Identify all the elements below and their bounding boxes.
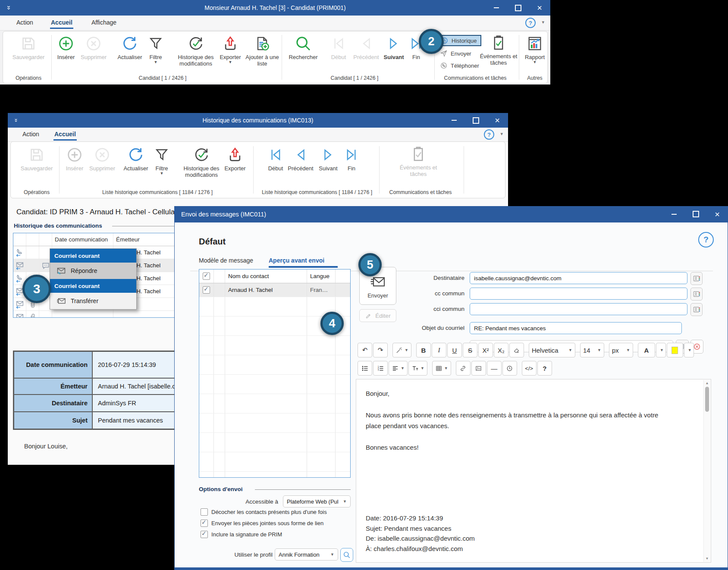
historique-titlebar[interactable]: Historique des communications (IMC013) × [8,113,508,128]
col-langue-header[interactable]: Langue [307,269,336,283]
cci-input[interactable] [470,303,687,315]
numbered-list-button[interactable] [373,361,388,376]
col-date-header[interactable]: Date communication [52,233,113,246]
telephone-button[interactable]: Téléphoner [436,60,483,71]
font-color-dropdown[interactable]: ▼ [656,343,666,357]
address-book-button[interactable] [690,272,703,285]
minimize-button[interactable] [443,113,465,128]
tab-action[interactable]: Action [16,19,33,26]
strikethrough-button[interactable]: S [463,343,477,357]
subscript-button[interactable]: X₂ [494,343,508,357]
objet-input[interactable] [470,322,682,334]
horizontal-rule-button[interactable]: — [487,361,502,376]
checkbox-unchecked[interactable] [201,508,208,516]
source-code-button[interactable]: </> [522,361,537,376]
scroll-down-icon[interactable]: ▼ [704,557,710,561]
italic-button[interactable]: I [432,343,446,357]
export-button[interactable]: Exporter▼ [214,35,247,64]
undo-button[interactable]: ↶ [358,343,372,357]
styles-button[interactable]: ▼ [392,343,411,357]
save-button[interactable]: Sauvegarder [16,146,57,172]
maximize-button[interactable] [507,0,529,16]
help-icon[interactable]: ? [525,18,536,28]
minimize-button[interactable] [663,206,685,222]
nav-first-button[interactable]: Début [326,35,351,60]
bullet-list-button[interactable] [358,361,372,376]
highlight-color-dropdown[interactable]: ▼ [684,343,694,357]
tab-affichage[interactable]: Affichage [91,19,116,26]
checkbox-checked[interactable] [201,531,208,538]
col-type[interactable] [13,233,26,246]
font-size-select[interactable]: 14▼ [580,343,604,357]
events-tasks-button[interactable]: Événements et tâches [399,145,438,177]
nav-last-button[interactable]: Fin [343,146,360,172]
bold-button[interactable]: B [416,343,431,357]
editor-help-button[interactable]: ? [537,361,552,376]
cc-input[interactable] [470,288,687,300]
destinataire-input[interactable] [470,272,687,284]
nav-previous-button[interactable]: Précédent [285,146,317,172]
insert-link-button[interactable] [456,361,471,376]
send-message-button[interactable]: Envoyer [436,48,481,59]
tab-modele-message[interactable]: Modèle de message [199,257,253,264]
checkbox-checked[interactable] [201,520,208,527]
align-button[interactable]: ▼ [389,361,408,376]
email-body-editor[interactable]: Bonjour, Nous avons pris bonne note des … [356,379,711,563]
select-all-checkbox[interactable] [203,272,210,280]
events-tasks-button[interactable]: Événements et tâches [480,34,518,66]
nav-next-button[interactable]: Suivant [315,146,341,172]
minimize-button[interactable] [486,0,507,16]
tab-apercu-avant-envoi[interactable]: Aperçu avant envoi [269,257,324,264]
font-color-button[interactable]: A [638,343,655,357]
collapse-ribbon-icon[interactable]: ▾ [500,131,503,137]
export-button[interactable]: Exporter [220,146,251,172]
col-nom-header[interactable]: Nom du contact [225,269,307,283]
option-signature[interactable]: Inclure la signature de PRIM [201,531,282,538]
insert-table-button[interactable]: ▼ [432,361,451,376]
delete-button[interactable]: Supprimer [73,35,114,60]
help-icon[interactable]: ? [484,129,494,140]
remove-format-button[interactable] [509,343,524,357]
accessible-select[interactable]: Plateforme Web (Pul▼ [283,495,351,507]
profil-search-button[interactable] [340,548,353,562]
candidat-titlebar[interactable]: Monsieur Arnaud H. Tachel [3] - Candidat… [0,0,550,16]
option-decocher[interactable]: Décocher les contacts présents plus d'un… [201,508,327,516]
tab-accueil[interactable]: Accueil [51,19,72,26]
address-book-button[interactable] [690,288,703,301]
nav-next-button[interactable]: Suivant [381,35,407,60]
tab-accueil[interactable]: Accueil [54,131,76,138]
save-button[interactable]: Sauvegarder [8,35,49,60]
collapse-ribbon-icon[interactable]: ▾ [542,19,544,25]
paragraph-format-button[interactable]: ▼ [408,361,427,376]
editor-scrollbar[interactable]: ▲ ▼ [703,380,710,562]
nav-first-button[interactable]: Début [264,146,288,172]
scroll-up-icon[interactable]: ▲ [704,381,710,385]
insert-image-button[interactable] [471,361,486,376]
nav-previous-button[interactable]: Précédent [350,35,382,60]
contact-checkbox[interactable] [203,286,210,294]
highlight-color-button[interactable] [667,343,683,357]
maximize-button[interactable] [465,113,486,128]
scrollbar-thumb[interactable] [705,387,709,412]
close-button[interactable]: × [706,206,728,222]
col-attachment[interactable] [26,233,39,246]
add-to-list-button[interactable]: Ajouter à une liste [245,35,279,67]
menu-item-transferer[interactable]: Transférer [50,293,136,309]
report-button[interactable]: Rapport▼ [514,35,555,64]
tab-action[interactable]: Action [22,131,39,138]
envoi-titlebar[interactable]: Envoi des messages (IMC011) × [174,206,728,222]
redo-button[interactable]: ↷ [373,343,388,357]
superscript-button[interactable]: X² [478,343,493,357]
underline-button[interactable]: U [447,343,462,357]
profil-select[interactable]: Annik Formation▼ [275,548,338,561]
close-button[interactable]: × [486,113,508,128]
col-note[interactable] [39,233,52,246]
font-family-select[interactable]: Helvetica▼ [529,343,575,357]
size-unit-select[interactable]: px▼ [609,343,633,357]
contact-row[interactable]: Arnaud H. Tachel Fran… [199,283,350,297]
search-button[interactable]: Rechercher [282,35,324,60]
help-icon[interactable]: ? [698,232,714,247]
option-pieces-jointes[interactable]: Envoyer les pièces jointes sous forme de… [201,520,323,527]
insert-time-button[interactable] [502,361,517,376]
maximize-button[interactable] [685,206,706,222]
